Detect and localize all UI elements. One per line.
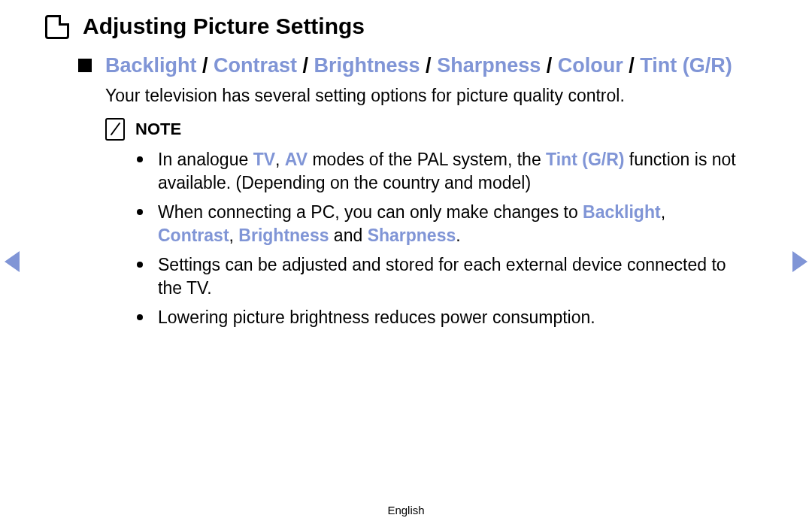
note-text: and (329, 226, 367, 245)
keyword-tint: Tint (G/R) (546, 150, 624, 169)
note-text: When connecting a PC, you can only make … (158, 202, 583, 222)
page-title: Adjusting Picture Settings (83, 14, 365, 39)
list-item: Lowering picture brightness reduces powe… (152, 306, 740, 329)
list-item: When connecting a PC, you can only make … (152, 201, 740, 247)
subheading-sep: / (541, 54, 558, 77)
subheading-item-3: Sharpness (437, 54, 541, 77)
subheading-item-5: Tint (G/R) (640, 54, 732, 77)
square-bullet-icon (78, 59, 92, 72)
manual-page: Adjusting Picture Settings Backlight / C… (0, 0, 812, 530)
note-text: In analogue (158, 150, 253, 169)
note-text: , (661, 202, 665, 222)
title-row: Adjusting Picture Settings (45, 14, 767, 39)
intro-text: Your television has several setting opti… (105, 85, 767, 108)
note-text: modes of the PAL system, the (308, 150, 546, 169)
list-item: Settings can be adjusted and stored for … (152, 253, 740, 300)
note-list: In analogue TV, AV modes of the PAL syst… (132, 148, 740, 329)
note-label: NOTE (135, 120, 181, 139)
section: Backlight / Contrast / Brightness / Shar… (78, 53, 767, 329)
subheading-item-4: Colour (558, 54, 623, 77)
bookmark-icon (45, 15, 69, 39)
footer-language: English (0, 504, 812, 516)
subheading-item-2: Brightness (314, 54, 420, 77)
keyword-tv: TV (253, 150, 275, 169)
keyword-sharpness: Sharpness (368, 226, 456, 245)
note-text: , (229, 226, 239, 245)
subheading-item-1: Contrast (214, 54, 297, 77)
subheading-item-0: Backlight (105, 54, 197, 77)
prev-page-button[interactable] (5, 251, 20, 272)
keyword-brightness: Brightness (238, 226, 329, 245)
next-page-button[interactable] (792, 251, 807, 272)
note-header: NOTE (105, 118, 767, 141)
keyword-av: AV (285, 150, 308, 169)
note-text: . (456, 226, 460, 245)
subheading-sep: / (197, 54, 214, 77)
subheading: Backlight / Contrast / Brightness / Shar… (105, 53, 732, 79)
note-text: Lowering picture brightness reduces powe… (158, 307, 595, 327)
svg-line-0 (111, 123, 120, 135)
note-icon (105, 118, 125, 141)
note-text: Settings can be adjusted and stored for … (158, 255, 726, 298)
keyword-backlight: Backlight (583, 202, 661, 222)
subheading-sep: / (297, 54, 314, 77)
subheading-sep: / (623, 54, 641, 77)
subheading-row: Backlight / Contrast / Brightness / Shar… (78, 53, 767, 79)
subheading-sep: / (420, 54, 438, 77)
note-text: , (275, 150, 285, 169)
keyword-contrast: Contrast (158, 226, 229, 245)
list-item: In analogue TV, AV modes of the PAL syst… (152, 148, 740, 195)
